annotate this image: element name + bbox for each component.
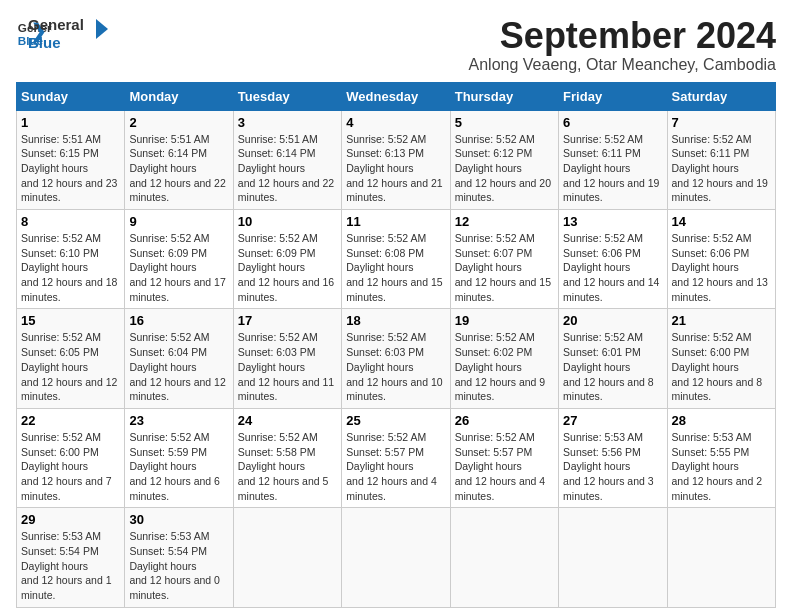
calendar-cell: 19Sunrise: 5:52 AMSunset: 6:02 PMDayligh… — [450, 309, 558, 408]
weekday-header: Monday — [125, 82, 233, 110]
logo-blue: Blue — [28, 34, 84, 52]
calendar-cell: 11Sunrise: 5:52 AMSunset: 6:08 PMDayligh… — [342, 210, 450, 309]
calendar-table: SundayMondayTuesdayWednesdayThursdayFrid… — [16, 82, 776, 608]
day-number: 7 — [672, 115, 771, 130]
calendar-cell: 10Sunrise: 5:52 AMSunset: 6:09 PMDayligh… — [233, 210, 341, 309]
calendar-cell: 2Sunrise: 5:51 AMSunset: 6:14 PMDaylight… — [125, 110, 233, 209]
day-info: Sunrise: 5:52 AMSunset: 6:06 PMDaylight … — [672, 231, 771, 304]
calendar-cell: 3Sunrise: 5:51 AMSunset: 6:14 PMDaylight… — [233, 110, 341, 209]
weekday-header: Tuesday — [233, 82, 341, 110]
day-number: 24 — [238, 413, 337, 428]
calendar-cell — [559, 508, 667, 607]
calendar-cell: 6Sunrise: 5:52 AMSunset: 6:11 PMDaylight… — [559, 110, 667, 209]
calendar-cell: 9Sunrise: 5:52 AMSunset: 6:09 PMDaylight… — [125, 210, 233, 309]
calendar-cell: 22Sunrise: 5:52 AMSunset: 6:00 PMDayligh… — [17, 408, 125, 507]
day-number: 11 — [346, 214, 445, 229]
day-number: 27 — [563, 413, 662, 428]
calendar-cell: 26Sunrise: 5:52 AMSunset: 5:57 PMDayligh… — [450, 408, 558, 507]
day-number: 6 — [563, 115, 662, 130]
calendar-cell: 14Sunrise: 5:52 AMSunset: 6:06 PMDayligh… — [667, 210, 775, 309]
day-number: 30 — [129, 512, 228, 527]
day-number: 18 — [346, 313, 445, 328]
day-number: 15 — [21, 313, 120, 328]
calendar-cell — [342, 508, 450, 607]
day-number: 8 — [21, 214, 120, 229]
day-number: 5 — [455, 115, 554, 130]
day-number: 9 — [129, 214, 228, 229]
calendar-cell: 21Sunrise: 5:52 AMSunset: 6:00 PMDayligh… — [667, 309, 775, 408]
calendar-week-row: 1Sunrise: 5:51 AMSunset: 6:15 PMDaylight… — [17, 110, 776, 209]
calendar-cell: 12Sunrise: 5:52 AMSunset: 6:07 PMDayligh… — [450, 210, 558, 309]
calendar-cell: 24Sunrise: 5:52 AMSunset: 5:58 PMDayligh… — [233, 408, 341, 507]
weekday-header: Sunday — [17, 82, 125, 110]
day-number: 12 — [455, 214, 554, 229]
calendar-cell: 13Sunrise: 5:52 AMSunset: 6:06 PMDayligh… — [559, 210, 667, 309]
day-info: Sunrise: 5:52 AMSunset: 6:09 PMDaylight … — [238, 231, 337, 304]
day-number: 17 — [238, 313, 337, 328]
day-info: Sunrise: 5:52 AMSunset: 6:07 PMDaylight … — [455, 231, 554, 304]
calendar-week-row: 29Sunrise: 5:53 AMSunset: 5:54 PMDayligh… — [17, 508, 776, 607]
calendar-cell: 17Sunrise: 5:52 AMSunset: 6:03 PMDayligh… — [233, 309, 341, 408]
day-info: Sunrise: 5:52 AMSunset: 6:04 PMDaylight … — [129, 330, 228, 403]
day-info: Sunrise: 5:52 AMSunset: 6:10 PMDaylight … — [21, 231, 120, 304]
title-block: September 2024 Anlong Veaeng, Otar Meanc… — [469, 16, 776, 74]
calendar-cell: 20Sunrise: 5:52 AMSunset: 6:01 PMDayligh… — [559, 309, 667, 408]
calendar-cell — [667, 508, 775, 607]
day-info: Sunrise: 5:52 AMSunset: 6:11 PMDaylight … — [563, 132, 662, 205]
calendar-week-row: 8Sunrise: 5:52 AMSunset: 6:10 PMDaylight… — [17, 210, 776, 309]
day-info: Sunrise: 5:52 AMSunset: 6:09 PMDaylight … — [129, 231, 228, 304]
day-info: Sunrise: 5:52 AMSunset: 6:03 PMDaylight … — [238, 330, 337, 403]
day-number: 10 — [238, 214, 337, 229]
calendar-cell: 15Sunrise: 5:52 AMSunset: 6:05 PMDayligh… — [17, 309, 125, 408]
weekday-header: Wednesday — [342, 82, 450, 110]
day-number: 1 — [21, 115, 120, 130]
logo-general: General — [28, 16, 84, 34]
calendar-cell: 16Sunrise: 5:52 AMSunset: 6:04 PMDayligh… — [125, 309, 233, 408]
day-info: Sunrise: 5:52 AMSunset: 6:11 PMDaylight … — [672, 132, 771, 205]
day-info: Sunrise: 5:51 AMSunset: 6:14 PMDaylight … — [238, 132, 337, 205]
day-number: 25 — [346, 413, 445, 428]
day-info: Sunrise: 5:52 AMSunset: 6:01 PMDaylight … — [563, 330, 662, 403]
calendar-cell: 1Sunrise: 5:51 AMSunset: 6:15 PMDaylight… — [17, 110, 125, 209]
calendar-cell: 18Sunrise: 5:52 AMSunset: 6:03 PMDayligh… — [342, 309, 450, 408]
calendar-cell: 30Sunrise: 5:53 AMSunset: 5:54 PMDayligh… — [125, 508, 233, 607]
day-number: 20 — [563, 313, 662, 328]
day-number: 26 — [455, 413, 554, 428]
day-info: Sunrise: 5:52 AMSunset: 6:06 PMDaylight … — [563, 231, 662, 304]
day-number: 13 — [563, 214, 662, 229]
location-subtitle: Anlong Veaeng, Otar Meanchey, Cambodia — [469, 56, 776, 74]
calendar-cell: 23Sunrise: 5:52 AMSunset: 5:59 PMDayligh… — [125, 408, 233, 507]
day-info: Sunrise: 5:53 AMSunset: 5:54 PMDaylight … — [129, 529, 228, 602]
weekday-header: Friday — [559, 82, 667, 110]
calendar-cell: 8Sunrise: 5:52 AMSunset: 6:10 PMDaylight… — [17, 210, 125, 309]
calendar-cell: 29Sunrise: 5:53 AMSunset: 5:54 PMDayligh… — [17, 508, 125, 607]
calendar-week-row: 15Sunrise: 5:52 AMSunset: 6:05 PMDayligh… — [17, 309, 776, 408]
day-number: 4 — [346, 115, 445, 130]
logo-arrow-icon — [84, 15, 112, 43]
day-number: 19 — [455, 313, 554, 328]
calendar-cell: 7Sunrise: 5:52 AMSunset: 6:11 PMDaylight… — [667, 110, 775, 209]
svg-marker-3 — [96, 19, 108, 39]
logo: General Blue General Blue — [16, 16, 112, 52]
weekday-header: Thursday — [450, 82, 558, 110]
day-info: Sunrise: 5:52 AMSunset: 6:12 PMDaylight … — [455, 132, 554, 205]
day-info: Sunrise: 5:53 AMSunset: 5:56 PMDaylight … — [563, 430, 662, 503]
day-info: Sunrise: 5:52 AMSunset: 6:02 PMDaylight … — [455, 330, 554, 403]
calendar-cell: 5Sunrise: 5:52 AMSunset: 6:12 PMDaylight… — [450, 110, 558, 209]
calendar-cell — [450, 508, 558, 607]
day-number: 22 — [21, 413, 120, 428]
day-info: Sunrise: 5:52 AMSunset: 6:08 PMDaylight … — [346, 231, 445, 304]
weekday-header: Saturday — [667, 82, 775, 110]
calendar-week-row: 22Sunrise: 5:52 AMSunset: 6:00 PMDayligh… — [17, 408, 776, 507]
page-header: General Blue General Blue September 2024… — [16, 16, 776, 74]
day-info: Sunrise: 5:52 AMSunset: 6:00 PMDaylight … — [672, 330, 771, 403]
calendar-cell — [233, 508, 341, 607]
day-number: 29 — [21, 512, 120, 527]
day-info: Sunrise: 5:52 AMSunset: 5:58 PMDaylight … — [238, 430, 337, 503]
day-info: Sunrise: 5:53 AMSunset: 5:54 PMDaylight … — [21, 529, 120, 602]
calendar-cell: 4Sunrise: 5:52 AMSunset: 6:13 PMDaylight… — [342, 110, 450, 209]
calendar-cell: 25Sunrise: 5:52 AMSunset: 5:57 PMDayligh… — [342, 408, 450, 507]
day-number: 3 — [238, 115, 337, 130]
day-number: 21 — [672, 313, 771, 328]
day-info: Sunrise: 5:52 AMSunset: 6:13 PMDaylight … — [346, 132, 445, 205]
